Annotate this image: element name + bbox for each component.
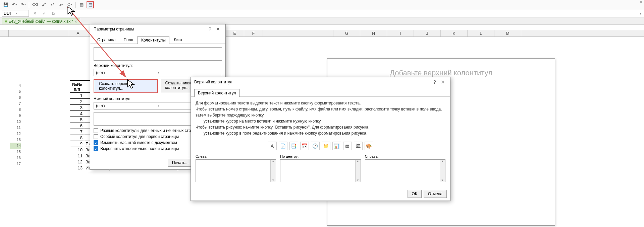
col-head-j[interactable]: J — [414, 30, 441, 36]
right-section-label: Справа: — [365, 154, 445, 158]
col-head-h[interactable]: H — [360, 30, 387, 36]
formula-bar: D14▾ ✕ ✓ fx ▾ — [0, 9, 644, 17]
left-section-input[interactable] — [196, 159, 276, 182]
left-section-label: Слева: — [196, 154, 276, 158]
create-top-header-button[interactable]: Создать верхний колонтитул... — [94, 79, 158, 93]
col-head-m[interactable]: M — [494, 30, 521, 36]
name-box[interactable]: D14▾ — [2, 10, 29, 17]
file-type-dot-icon — [5, 20, 7, 22]
instructions: Для форматирования текста выделите текст… — [191, 97, 450, 140]
expand-formula-icon[interactable]: ▾ — [637, 11, 644, 16]
chk-odd-even[interactable] — [94, 128, 98, 133]
row-head[interactable]: 15 — [10, 149, 21, 155]
close-button[interactable]: ✕ — [439, 79, 447, 85]
ok-button[interactable]: ОК — [408, 190, 422, 198]
col-gap — [263, 30, 333, 36]
col-head-l[interactable]: L — [468, 30, 494, 36]
format-picture-icon[interactable]: 🎨 — [365, 142, 373, 150]
time-icon[interactable]: 🕐 — [311, 142, 320, 150]
file-path-icon[interactable]: 📁 — [322, 142, 330, 150]
superscript-icon[interactable]: x² — [49, 1, 56, 8]
font-icon[interactable]: A — [268, 142, 277, 150]
chk-first-page[interactable] — [94, 134, 98, 139]
dialog-titlebar: Верхний колонтитул ? ✕ — [191, 77, 450, 87]
col-head-a[interactable]: A — [69, 30, 87, 36]
row-head[interactable]: 14 — [10, 143, 21, 149]
dialog-titlebar: Параметры страницы ? ✕ — [90, 24, 225, 34]
omega-icon[interactable]: Ω▾ — [66, 1, 73, 8]
header-preview — [94, 47, 222, 61]
col-head-k[interactable]: K — [441, 30, 468, 36]
chk-align-margins[interactable]: ✓ — [94, 146, 98, 151]
format-painter-icon[interactable]: 🖌 — [40, 1, 47, 8]
sheet-name-icon[interactable]: ▦ — [343, 142, 352, 150]
cancel-formula-icon[interactable]: ✕ — [32, 10, 38, 17]
row-head[interactable]: 13 — [10, 137, 21, 143]
row-head[interactable]: 11 — [10, 125, 21, 131]
cancel-button[interactable]: Отмена — [424, 190, 447, 198]
center-section-label: По центру: — [280, 154, 361, 158]
close-button[interactable]: ✕ — [214, 26, 222, 32]
row-head[interactable]: 12 — [10, 131, 21, 137]
col-head-f[interactable]: F — [244, 30, 263, 36]
col-head-g[interactable]: G — [333, 30, 360, 36]
tab-headers[interactable]: Колонтитулы — [138, 36, 169, 44]
right-section-input[interactable] — [365, 159, 445, 182]
headers-footers-icon[interactable]: ▦ — [78, 1, 85, 8]
formula-input[interactable] — [58, 10, 637, 17]
save-button[interactable]: 💾 — [2, 1, 9, 8]
select-all-corner[interactable] — [0, 30, 9, 36]
header-editor-dialog: Верхний колонтитул ? ✕ Верхний колонтиту… — [191, 77, 450, 201]
page-count-icon[interactable]: 📑 — [289, 142, 298, 150]
row-head[interactable]: 5 — [10, 88, 21, 94]
dialog-tabs: Страница Поля Колонтитулы Лист — [90, 34, 225, 44]
file-name-icon[interactable]: 📊 — [332, 142, 341, 150]
quick-access-toolbar: 💾 ↶▾ ↷▾ ⌫ 🖌 x² x₂ Ω▾ ▦ ▤ — [0, 0, 644, 9]
col-head-e[interactable]: E — [225, 30, 244, 36]
redo-button[interactable]: ↷▾ — [19, 1, 27, 8]
chk-scale[interactable]: ✓ — [94, 140, 98, 145]
header-toolbar: A 📄 📑 📅 🕐 📁 📊 ▦ 🖼 🎨 — [191, 140, 450, 152]
center-section-input[interactable] — [280, 159, 361, 182]
tab-sheet[interactable]: Лист — [170, 36, 186, 44]
row-head[interactable]: 8 — [10, 106, 21, 112]
row-head[interactable]: 4 — [10, 82, 21, 88]
help-button[interactable]: ? — [206, 26, 214, 32]
help-button[interactable]: ? — [431, 79, 439, 85]
page-number-icon[interactable]: 📄 — [279, 142, 287, 150]
page-setup-button[interactable]: ▤ — [87, 1, 94, 8]
print-button[interactable]: Печать... — [168, 159, 193, 167]
tab-top-header[interactable]: Верхний колонтитул — [194, 89, 239, 97]
row-headers: 4 5 6 7 8 9 10 11 12 13 14 15 16 17 — [10, 82, 21, 167]
row-head[interactable]: 16 — [10, 155, 21, 161]
row-head[interactable]: 9 — [10, 112, 21, 119]
dialog-title: Параметры страницы — [94, 27, 206, 31]
tab-margins[interactable]: Поля — [120, 36, 137, 44]
close-panel-icon[interactable]: ✕ — [638, 0, 644, 6]
row-head[interactable]: 6 — [10, 94, 21, 100]
workbook-tab[interactable]: E43_Учебный файл — копия.xlsx * ✕ — [2, 18, 80, 24]
undo-button[interactable]: ↶▾ — [11, 1, 18, 8]
eraser-icon[interactable]: ⌫ — [31, 1, 39, 8]
row-head[interactable]: 17 — [10, 161, 21, 167]
workbook-tabs: E43_Учебный файл — копия.xlsx * ✕ ✕ — [0, 17, 644, 25]
top-header-combo[interactable]: (нет)▾ — [94, 69, 222, 76]
tab-page[interactable]: Страница — [94, 36, 119, 44]
date-icon[interactable]: 📅 — [300, 142, 309, 150]
col-head-i[interactable]: I — [387, 30, 414, 36]
accept-formula-icon[interactable]: ✓ — [41, 10, 48, 17]
col-gutter — [9, 30, 69, 36]
fx-icon[interactable]: fx — [50, 10, 57, 17]
top-header-label: Верхний колонтитул: — [94, 63, 222, 68]
dialog-title: Верхний колонтитул — [194, 80, 431, 84]
close-tab-icon[interactable]: ✕ — [74, 20, 77, 23]
row-head[interactable]: 10 — [10, 119, 21, 125]
subscript-icon[interactable]: x₂ — [57, 1, 65, 8]
insert-picture-icon[interactable]: 🖼 — [354, 142, 363, 150]
row-head[interactable]: 7 — [10, 100, 21, 106]
table-header-num: №№ п/п — [70, 81, 84, 93]
